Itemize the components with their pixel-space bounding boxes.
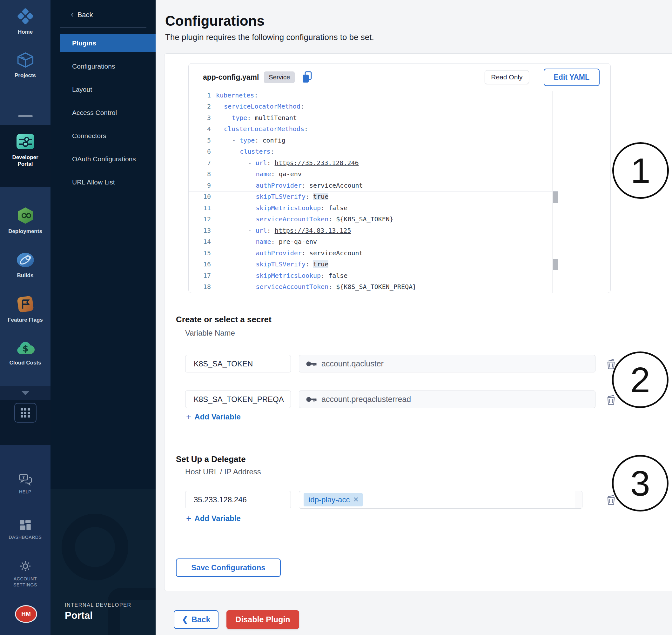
grid-icon bbox=[21, 408, 30, 417]
module-picker-button[interactable] bbox=[14, 403, 37, 422]
annotation-circle-2: 2 bbox=[612, 351, 669, 408]
footer-title: Portal bbox=[65, 610, 93, 621]
chevron-down-icon bbox=[21, 391, 29, 395]
secret-selector-2[interactable]: account.preqaclusterread bbox=[299, 391, 595, 408]
variable-name-input-2[interactable] bbox=[185, 391, 291, 408]
line-number: 17 bbox=[189, 272, 211, 279]
yaml-editor-header: app-config.yaml Service Read Only Edit Y… bbox=[189, 64, 610, 91]
secret-reference: account.qacluster bbox=[321, 359, 384, 368]
yaml-line-15: 15authProvider: serviceAccount bbox=[189, 247, 558, 259]
yaml-line-content: serviceAccountToken: ${K8S_SA_TOKEN_PREQ… bbox=[216, 281, 416, 293]
sidebar-item-layout[interactable]: Layout bbox=[50, 78, 156, 101]
yaml-editor-card: app-config.yaml Service Read Only Edit Y… bbox=[188, 63, 611, 293]
rail-item-deployments[interactable]: Deployments bbox=[0, 207, 50, 235]
rail-item-dashboards[interactable]: DASHBOARDS bbox=[0, 520, 50, 540]
yaml-line-14: 14name: pre-qa-env bbox=[189, 236, 558, 248]
yaml-line-5: 5- type: config bbox=[189, 135, 558, 146]
decorative-ring bbox=[62, 514, 128, 581]
yaml-filename: app-config.yaml bbox=[203, 73, 259, 82]
sidebar-item-oauth-configurations[interactable]: OAuth Configurations bbox=[50, 147, 156, 171]
sidebar-back-button[interactable]: ‹ Back bbox=[50, 0, 156, 19]
module-rail: Home Projects DeveloperPortal Deployment… bbox=[0, 0, 50, 635]
sidebar-divider bbox=[60, 27, 146, 28]
yaml-line-content: skipTLSVerify: true bbox=[216, 191, 328, 202]
scrollbar-mark[interactable] bbox=[553, 259, 558, 270]
yaml-code-area[interactable]: 1kubernetes:2serviceLocatorMethod:3type:… bbox=[189, 91, 610, 293]
rail-item-label: DeveloperPortal bbox=[12, 154, 38, 167]
cloud-costs-icon: $ bbox=[16, 341, 35, 357]
home-icon bbox=[17, 8, 34, 26]
plus-icon: + bbox=[186, 514, 191, 522]
line-number: 9 bbox=[189, 182, 211, 189]
delete-variable-icon-2[interactable] bbox=[606, 394, 616, 406]
user-avatar[interactable]: HM bbox=[15, 605, 37, 623]
rail-item-projects[interactable]: Projects bbox=[0, 52, 50, 79]
yaml-line-2: 2serviceLocatorMethod: bbox=[189, 101, 558, 112]
rail-item-help[interactable]: ?HELP bbox=[0, 474, 50, 495]
secret-selector-1[interactable]: account.qacluster bbox=[299, 355, 595, 372]
yaml-line-9: 9authProvider: serviceAccount bbox=[189, 180, 558, 191]
rail-expand-modules[interactable] bbox=[0, 386, 50, 400]
line-number: 3 bbox=[189, 114, 211, 122]
line-number: 15 bbox=[189, 249, 211, 257]
rail-selected-section: DeveloperPortal bbox=[0, 125, 50, 187]
rail-item-label: DASHBOARDS bbox=[8, 534, 42, 540]
delegate-tag-chip: idp-play-acc ✕ bbox=[304, 493, 363, 506]
rail-collapse-handle[interactable] bbox=[0, 107, 50, 125]
host-url-input[interactable] bbox=[185, 491, 291, 508]
sidebar-item-access-control[interactable]: Access Control bbox=[50, 101, 156, 124]
rail-item-account-settings[interactable]: ACCOUNTSETTINGS bbox=[0, 560, 50, 588]
sidebar-item-connectors[interactable]: Connectors bbox=[50, 124, 156, 147]
scrollbar-mark[interactable] bbox=[553, 192, 558, 203]
line-number: 10 bbox=[189, 193, 211, 200]
yaml-line-content: kubernetes: bbox=[216, 91, 258, 99]
rail-item-builds[interactable]: Builds bbox=[0, 252, 50, 279]
rail-bottom-section: ?HELP DASHBOARDS ACCOUNTSETTINGSHM bbox=[0, 445, 50, 635]
sidebar-item-configurations[interactable]: Configurations bbox=[50, 54, 156, 78]
sidebar-item-url-allow-list[interactable]: URL Allow List bbox=[50, 171, 156, 194]
edit-yaml-button[interactable]: Edit YAML bbox=[544, 69, 600, 86]
delegate-tags-field[interactable]: idp-play-acc ✕ bbox=[299, 491, 582, 509]
add-variable-link-delegate[interactable]: + Add Variable bbox=[186, 514, 241, 523]
rail-item-feature-flags[interactable]: Feature Flags bbox=[0, 295, 50, 323]
sidebar-item-plugins[interactable]: Plugins bbox=[60, 34, 156, 52]
rail-item-label: Cloud Costs bbox=[9, 359, 41, 366]
yaml-line-16: 16skipTLSVerify: true bbox=[189, 259, 558, 270]
chevron-left-icon: ‹ bbox=[71, 10, 74, 18]
rail-item-developer-portal[interactable]: DeveloperPortal bbox=[0, 125, 50, 167]
yaml-line-content: type: multiTenant bbox=[216, 112, 297, 124]
deployments-icon bbox=[17, 207, 34, 225]
tags-field-scrollbar[interactable] bbox=[575, 491, 582, 508]
back-button[interactable]: ❮ Back bbox=[174, 610, 218, 629]
save-configurations-button[interactable]: Save Configurations bbox=[176, 559, 281, 577]
yaml-line-10: 10skipTLSVerify: true bbox=[189, 191, 558, 202]
yaml-line-8: 8name: qa-env bbox=[189, 169, 558, 180]
variable-name-input-1[interactable] bbox=[185, 355, 291, 372]
configurations-card: app-config.yaml Service Read Only Edit Y… bbox=[164, 53, 672, 591]
yaml-line-6: 6clusters: bbox=[189, 146, 558, 157]
copy-icon[interactable] bbox=[302, 71, 312, 83]
rail-item-cloud-costs[interactable]: $Cloud Costs bbox=[0, 341, 50, 366]
yaml-line-content: authProvider: serviceAccount bbox=[216, 247, 363, 259]
plugin-sidebar: ‹ Back PluginsConfigurationsLayoutAccess… bbox=[50, 0, 156, 635]
line-number: 6 bbox=[189, 148, 211, 155]
yaml-line-content: skipMetricsLookup: false bbox=[216, 202, 347, 214]
rail-item-label: ACCOUNTSETTINGS bbox=[13, 576, 37, 588]
add-variable-link-secret[interactable]: + Add Variable bbox=[186, 412, 241, 421]
line-number: 14 bbox=[189, 238, 211, 245]
yaml-line-content: serviceLocatorMethod: bbox=[216, 101, 304, 112]
plugin-configurations-page: { "rail": { "top_items": [ {"icon": "hom… bbox=[0, 0, 672, 635]
rail-item-home[interactable]: Home bbox=[0, 8, 50, 35]
line-number: 12 bbox=[189, 215, 211, 223]
remove-tag-icon[interactable]: ✕ bbox=[353, 496, 359, 504]
disable-plugin-button[interactable]: Disable Plugin bbox=[226, 610, 299, 629]
decorative-rounded-square bbox=[108, 588, 156, 635]
read-only-badge: Read Only bbox=[485, 70, 529, 84]
yaml-line-content: clusters: bbox=[216, 146, 275, 157]
collapse-dash-icon bbox=[18, 115, 33, 117]
yaml-line-7: 7- url: https://35.233.128.246 bbox=[189, 157, 558, 169]
rail-top-section: Home Projects bbox=[0, 0, 50, 107]
yaml-line-content: name: qa-env bbox=[216, 169, 302, 180]
yaml-line-content: - url: https://34.83.13.125 bbox=[216, 225, 351, 236]
yaml-line-4: 4clusterLocatorMethods: bbox=[189, 124, 558, 135]
